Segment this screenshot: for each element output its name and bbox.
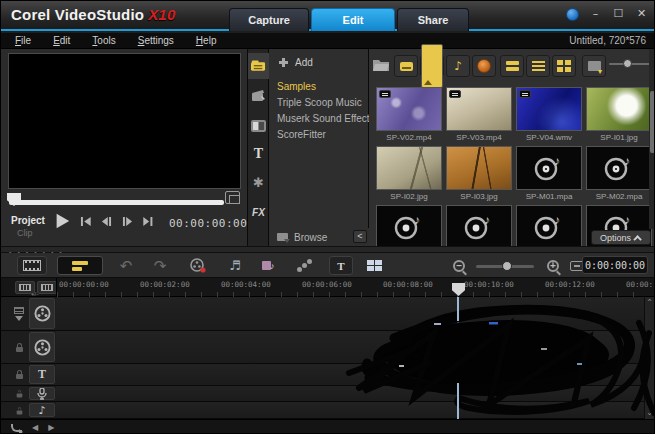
preview-timecode-value[interactable]: 00:00:00:00 <box>169 217 247 230</box>
collapse-panel-button[interactable]: < <box>353 230 367 243</box>
clip-mode-label[interactable]: Clip <box>17 228 33 238</box>
track-view-toggle2-icon[interactable] <box>37 281 57 294</box>
category-samples[interactable]: Samples <box>277 81 316 92</box>
minimize-icon[interactable]: – <box>589 9 602 20</box>
storyboard-view-button[interactable] <box>17 256 47 275</box>
scroll-left-icon[interactable]: ◀ <box>32 423 38 432</box>
title-track-lane[interactable] <box>56 364 646 385</box>
video-track-lane[interactable] <box>56 297 646 330</box>
filter-audio-icon[interactable]: ♪ <box>446 55 470 77</box>
timeline-zoom-knob[interactable] <box>502 261 512 271</box>
voice-track-lane[interactable] <box>56 386 646 401</box>
category-triple-scoop-music[interactable]: Triple Scoop Music <box>277 97 362 108</box>
panel-splitter[interactable]: • • • • • • • <box>1 246 655 253</box>
thumbnail-sp-v03[interactable] <box>446 87 512 131</box>
view-large-icon[interactable] <box>500 55 524 77</box>
filter-360-icon[interactable] <box>472 55 496 77</box>
thumbnail-sp-v02[interactable] <box>376 87 442 131</box>
category-scorefitter[interactable]: ScoreFitter <box>277 129 326 140</box>
filter-icon[interactable]: FX <box>248 199 269 225</box>
tab-share[interactable]: Share <box>397 8 469 31</box>
view-list-icon[interactable] <box>526 55 550 77</box>
thumbnail-sp-v04[interactable] <box>516 87 582 131</box>
record-capture-icon[interactable] <box>184 256 212 275</box>
thumbnail-music[interactable]: ♪ <box>446 205 512 249</box>
home-button[interactable] <box>79 215 92 228</box>
menu-tools[interactable]: Tools <box>92 35 115 46</box>
view-grid-icon[interactable] <box>552 55 576 77</box>
instant-project-icon[interactable] <box>248 83 269 109</box>
scroll-right-icon[interactable]: ▶ <box>48 423 54 432</box>
media-scrollbar-thumb[interactable] <box>650 91 655 153</box>
filter-photos-icon[interactable] <box>420 55 444 77</box>
overlay-track-button[interactable] <box>29 332 55 362</box>
scroll-down-icon[interactable]: ⌄ <box>646 409 653 417</box>
lock-icon[interactable] <box>16 374 23 379</box>
thumbnail-music[interactable]: ♪ <box>516 205 582 249</box>
timeline-view-button[interactable] <box>57 256 103 275</box>
thumbnail-sp-m01[interactable]: ♪ <box>516 146 582 190</box>
thumbnail-sp-m02[interactable]: ♪ <box>586 146 652 190</box>
lock-icon[interactable] <box>16 347 23 352</box>
ruler-label: 00:00:08:00 <box>383 280 433 289</box>
filter-videos-icon[interactable] <box>394 55 418 77</box>
tab-edit[interactable]: Edit <box>311 8 395 31</box>
options-button[interactable]: Options <box>591 230 651 245</box>
music-track-button[interactable]: ♪ <box>29 403 55 417</box>
multi-trim-icon[interactable] <box>361 256 387 275</box>
undo-icon[interactable]: ↶ <box>113 256 139 275</box>
end-button[interactable] <box>142 215 155 228</box>
thumbnail-music[interactable]: ♪ <box>376 205 442 249</box>
zoom-out-icon[interactable]: – <box>449 256 469 275</box>
transition-icon[interactable] <box>248 113 269 139</box>
auto-music-icon[interactable]: ♪ <box>255 256 283 275</box>
lock-icon[interactable] <box>16 410 22 414</box>
previous-frame-button[interactable] <box>100 215 113 228</box>
maximize-icon[interactable]: ☐ <box>612 9 625 20</box>
graphic-icon[interactable]: ✱ <box>248 169 269 195</box>
subtitle-editor-icon[interactable]: T <box>329 256 353 275</box>
sound-mixer-icon[interactable]: ♬ <box>221 256 249 275</box>
plus-icon <box>279 58 288 67</box>
menu-settings[interactable]: Settings <box>138 35 174 46</box>
category-muserk-sound-effect[interactable]: Muserk Sound Effect <box>277 113 370 124</box>
scroll-up-icon[interactable]: ⌃ <box>646 299 653 307</box>
tab-capture[interactable]: Capture <box>229 8 309 31</box>
thumbnail-sp-i03[interactable] <box>446 146 512 190</box>
voice-track-button[interactable] <box>29 387 55 400</box>
close-icon[interactable]: ✕ <box>635 9 648 20</box>
menu-help[interactable]: Help <box>196 35 217 46</box>
import-folder-icon[interactable] <box>373 57 389 75</box>
effects-dots-icon[interactable] <box>291 256 319 275</box>
project-mode-label[interactable]: Project <box>11 215 45 226</box>
redo-icon[interactable]: ↷ <box>147 256 173 275</box>
timeline-scrollbar[interactable]: ⌃ ⌄ <box>644 297 654 419</box>
swap-tracks-icon[interactable] <box>11 424 22 432</box>
add-folder-button[interactable]: Add <box>279 57 313 68</box>
media-icon[interactable] <box>248 53 269 79</box>
thumbnail-sp-i01[interactable] <box>586 87 652 131</box>
zoom-in-icon[interactable]: + <box>543 256 563 275</box>
music-track-lane[interactable] <box>56 402 646 418</box>
chevron-down-icon[interactable] <box>15 316 23 321</box>
title-track-button[interactable]: T <box>29 365 55 384</box>
help-icon[interactable] <box>566 8 579 21</box>
title-icon[interactable]: T <box>248 141 269 167</box>
enlarge-preview-icon[interactable] <box>225 191 240 204</box>
thumbnail-sp-i02[interactable] <box>376 146 442 190</box>
video-track-button[interactable] <box>29 298 55 329</box>
timeline-timecode[interactable]: 0:00:00:00 <box>582 256 648 274</box>
menu-edit[interactable]: Edit <box>53 35 70 46</box>
track-manager-icon[interactable] <box>14 307 24 314</box>
next-frame-button[interactable] <box>121 215 134 228</box>
scrubber-track[interactable] <box>9 200 224 205</box>
menu-file[interactable]: File <box>15 35 31 46</box>
lock-icon[interactable] <box>16 394 22 398</box>
play-button[interactable] <box>53 212 71 230</box>
timeline-zoom-slider[interactable] <box>476 265 534 268</box>
thumbnail-zoom-slider[interactable] <box>609 63 651 65</box>
sort-icon[interactable] <box>582 55 606 77</box>
timeline-ruler[interactable]: 00:00:00:00 00:00:02:00 00:00:04:00 00:0… <box>56 278 646 297</box>
overlay-track-lane[interactable] <box>56 331 646 363</box>
thumbnail-zoom-knob[interactable] <box>623 59 632 68</box>
